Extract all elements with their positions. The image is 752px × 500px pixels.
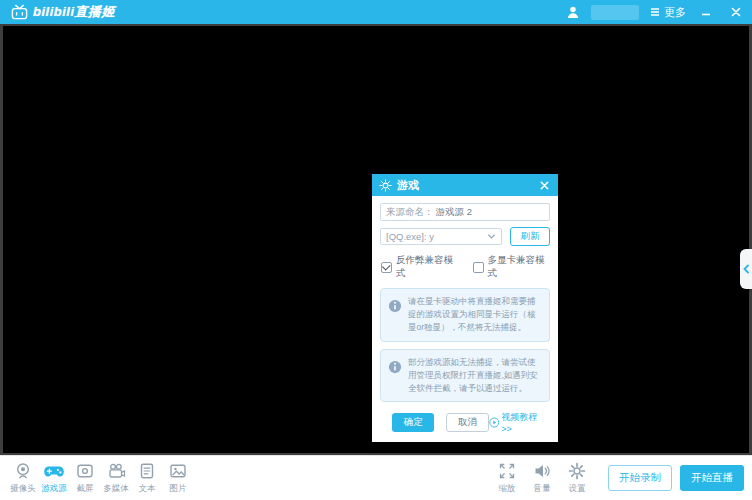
ok-button-label: 确定: [404, 416, 423, 429]
text-icon: [137, 461, 157, 481]
source-media-label: 多媒体: [103, 483, 129, 495]
gamepad-icon: [43, 461, 65, 481]
dialog-body: 来源命名： 游戏源 2 [QQ.exe]: y 刷新 反作弊兼容模式: [372, 196, 558, 442]
source-game-button[interactable]: 游戏源: [39, 461, 69, 495]
source-screen-button[interactable]: 截屏: [70, 461, 100, 495]
scale-button[interactable]: 缩放: [492, 461, 522, 495]
process-select-value: [QQ.exe]: y: [386, 231, 487, 242]
close-window-button[interactable]: [726, 2, 746, 22]
settings-label: 设置: [569, 483, 586, 495]
admin-info-box: 部分游戏源如无法捕捉，请尝试使用管理员权限打开直播姬,如遇到安全软件拦截，请予以…: [380, 349, 550, 403]
game-source-dialog: 游戏 来源命名： 游戏源 2 [QQ.exe]: y: [372, 174, 558, 442]
settings-button[interactable]: 设置: [562, 461, 592, 495]
multigpu-checkbox-label: 多显卡兼容模式: [488, 254, 551, 280]
scale-label: 缩放: [499, 483, 516, 495]
source-name-value: 游戏源 2: [436, 206, 545, 219]
media-icon: [106, 461, 126, 481]
chevron-down-icon: [487, 233, 496, 240]
play-circle-icon: [489, 417, 500, 428]
source-screen-label: 截屏: [77, 483, 94, 495]
chevron-left-icon: [742, 264, 750, 274]
cancel-button-label: 取消: [458, 416, 477, 429]
refresh-button-label: 刷新: [521, 230, 540, 243]
dialog-header[interactable]: 游戏: [372, 174, 558, 196]
anticheat-checkbox-group: 反作弊兼容模式: [381, 254, 459, 280]
expand-icon: [497, 461, 517, 481]
volume-icon: [532, 461, 552, 481]
user-icon[interactable]: [565, 4, 581, 20]
source-text-button[interactable]: 文本: [132, 461, 162, 495]
source-camera-label: 摄像头: [10, 483, 36, 495]
gear-icon: [567, 461, 587, 481]
image-icon: [168, 461, 188, 481]
source-text-label: 文本: [139, 483, 156, 495]
process-select[interactable]: [QQ.exe]: y: [380, 228, 502, 245]
source-camera-button[interactable]: 摄像头: [8, 461, 38, 495]
multigpu-checkbox[interactable]: [473, 262, 484, 273]
close-icon: [730, 6, 742, 18]
info-icon: [388, 360, 402, 374]
info-icon: [388, 299, 402, 313]
source-image-button[interactable]: 图片: [163, 461, 193, 495]
menu-icon: [649, 6, 661, 18]
video-tutorial-label: 视频教程>>: [501, 411, 546, 434]
anticheat-checkbox-label: 反作弊兼容模式: [396, 254, 459, 280]
close-icon: [539, 180, 550, 191]
source-game-label: 游戏源: [41, 483, 67, 495]
more-menu-button[interactable]: 更多: [649, 5, 686, 20]
username-field[interactable]: [591, 5, 639, 20]
app-logo: bilibili直播姬: [10, 3, 115, 22]
start-record-label: 开始录制: [619, 471, 661, 485]
minimize-button[interactable]: [696, 2, 716, 22]
anticheat-checkbox[interactable]: [381, 262, 392, 273]
stage-frame: 游戏 来源命名： 游戏源 2 [QQ.exe]: y: [0, 24, 752, 455]
source-name-label: 来源命名：: [386, 206, 434, 219]
dialog-title: 游戏: [397, 178, 419, 193]
more-label: 更多: [664, 5, 686, 20]
refresh-button[interactable]: 刷新: [510, 227, 550, 246]
bulb-icon: [378, 178, 393, 193]
source-media-button[interactable]: 多媒体: [101, 461, 131, 495]
webcam-icon: [13, 461, 33, 481]
admin-info-text: 部分游戏源如无法捕捉，请尝试使用管理员权限打开直播姬,如遇到安全软件拦截，请予以…: [408, 356, 542, 396]
source-image-label: 图片: [170, 483, 187, 495]
gpu-info-text: 请在显卡驱动中将直播姬和需要捕捉的游戏设置为相同显卡运行（核显or独显），不然将…: [408, 295, 542, 335]
minimize-icon: [700, 6, 712, 18]
app-title: bilibili直播姬: [33, 3, 115, 21]
side-panel-toggle[interactable]: [740, 249, 752, 289]
gpu-info-box: 请在显卡驱动中将直播姬和需要捕捉的游戏设置为相同显卡运行（核显or独显），不然将…: [380, 288, 550, 342]
dialog-close-button[interactable]: [536, 177, 552, 193]
screen-capture-icon: [75, 461, 95, 481]
cancel-button[interactable]: 取消: [446, 413, 488, 432]
bottom-toolbar: 摄像头 游戏源 截屏 多媒体 文本: [0, 455, 752, 500]
ok-button[interactable]: 确定: [392, 413, 434, 432]
source-name-input[interactable]: 来源命名： 游戏源 2: [380, 203, 550, 221]
video-tutorial-link[interactable]: 视频教程>>: [489, 411, 546, 434]
titlebar: bilibili直播姬 更多: [0, 0, 752, 24]
start-live-label: 开始直播: [691, 471, 733, 485]
volume-button[interactable]: 音量: [527, 461, 557, 495]
multigpu-checkbox-group: 多显卡兼容模式: [473, 254, 551, 280]
start-record-button[interactable]: 开始录制: [608, 465, 672, 491]
start-live-button[interactable]: 开始直播: [680, 465, 744, 491]
bilibili-tv-icon: [10, 3, 29, 22]
volume-label: 音量: [534, 483, 551, 495]
